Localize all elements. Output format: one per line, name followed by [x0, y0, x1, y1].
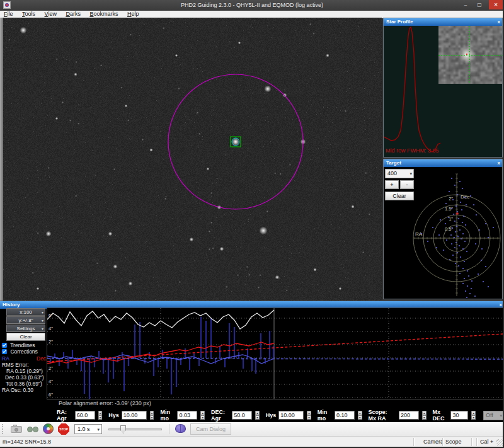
ra-hysteresis-field[interactable]	[122, 411, 147, 420]
target-zoom-out-button[interactable]: -	[400, 180, 414, 189]
dec-aggression-stepper[interactable]: ▴▾	[255, 411, 260, 420]
ra-series-label: RA	[2, 355, 9, 362]
dec-hysteresis-stepper[interactable]: ▴▾	[307, 411, 311, 420]
resize-grip[interactable]	[496, 439, 503, 446]
ra-hysteresis-stepper[interactable]: ▴▾	[150, 411, 154, 420]
star-mass-snr-readout: m=1442 SNR=15.8	[3, 439, 51, 445]
menu-view[interactable]: View	[41, 11, 60, 18]
menu-bookmarks[interactable]: Bookmarks	[86, 11, 122, 18]
advanced-settings-brain-button[interactable]	[175, 424, 186, 433]
menu-darks[interactable]: Darks	[62, 11, 84, 18]
dec-guide-mode-value: Off	[486, 412, 493, 418]
toolbar-grip[interactable]	[2, 424, 5, 434]
guide-overlays	[0, 18, 382, 301]
history-xscale-select[interactable]: x:100▾	[6, 308, 45, 316]
chevron-down-icon: ▾	[42, 309, 43, 316]
history-title: History	[3, 302, 20, 307]
cam-dialog-button[interactable]: Cam Dialog	[190, 423, 231, 435]
chevron-down-icon: ▾	[97, 425, 100, 434]
target-clear-button[interactable]: Clear	[385, 192, 414, 200]
exposure-duration-select[interactable]: 1.0 s ▾	[74, 424, 102, 434]
chevron-down-icon: ▾	[42, 326, 43, 333]
dec-minmove-stepper[interactable]: ▴▾	[358, 411, 362, 420]
target-titlebar[interactable]: Target x	[384, 159, 502, 167]
camera-status: Camera	[423, 439, 444, 445]
close-button[interactable]: ✕	[489, 0, 503, 9]
rms-dec: Dec 0.33 (0.63")	[5, 374, 44, 381]
ra-hys-label: Hys	[108, 412, 119, 418]
star-closeup-image	[438, 26, 502, 84]
scope-mxra-label: Scope: Mx RA	[369, 409, 396, 422]
dec-minmove-field[interactable]	[335, 411, 355, 420]
chevron-down-icon: ▾	[500, 411, 502, 420]
slider-thumb[interactable]	[120, 425, 126, 434]
history-yscale-select[interactable]: y:+/-8"▾	[6, 316, 45, 324]
max-dec-stepper[interactable]: ▴▾	[471, 411, 476, 420]
maximize-button[interactable]: ▢	[472, 0, 486, 9]
menu-help[interactable]: Help	[123, 11, 143, 18]
max-ra-duration-field[interactable]	[399, 411, 419, 420]
star-profile-titlebar[interactable]: Star Profile x	[384, 18, 502, 26]
scope-status: Scope	[445, 439, 462, 445]
history-clear-button[interactable]: Clear	[6, 333, 45, 341]
menu-file[interactable]: File	[0, 11, 17, 18]
svg-text:6": 6"	[49, 392, 53, 398]
dec-agr-label: DEC: Agr	[211, 409, 229, 422]
menu-tools[interactable]: Tools	[18, 11, 39, 18]
ra-minmo-label: Min mo	[160, 409, 175, 422]
frame-edge	[0, 18, 3, 301]
history-settings-select[interactable]: Settings▾	[6, 325, 45, 332]
main-toolbar: STOP 1.0 s ▾ Cam Dialog	[0, 422, 504, 437]
mxdec-label: Mx DEC	[433, 409, 449, 422]
dec-minmo-label: Min mo	[318, 409, 332, 422]
target-close-icon[interactable]: x	[498, 159, 500, 167]
rms-header: RMS Error:	[2, 362, 29, 368]
trendlines-checkbox[interactable]	[2, 343, 7, 348]
svg-text:2": 2"	[49, 339, 53, 345]
dec-guide-mode-select[interactable]: Off ▾	[483, 411, 504, 420]
svg-text:1": 1"	[449, 216, 453, 222]
trendlines-checkbox-row[interactable]: Trendlines	[2, 343, 35, 348]
target-range-select[interactable]: 400 ▾	[385, 169, 414, 178]
minimize-button[interactable]: –	[459, 0, 472, 9]
history-settings-label: Settings	[17, 326, 35, 331]
loop-icon	[27, 427, 33, 432]
exposure-value: 1.0 s	[77, 426, 90, 432]
max-dec-duration-field[interactable]	[450, 411, 468, 420]
start-guiding-button[interactable]	[43, 423, 54, 434]
ra-aggression-field[interactable]	[75, 411, 95, 420]
dec-hysteresis-field[interactable]	[278, 411, 304, 420]
chevron-down-icon: ▾	[410, 169, 412, 178]
corrections-checkbox-row[interactable]: Corrections	[2, 349, 38, 355]
stop-button[interactable]: STOP	[58, 423, 69, 435]
svg-text:2": 2"	[449, 196, 453, 202]
dec-series-label: Dec	[37, 355, 46, 362]
dec-aggression-field[interactable]	[232, 411, 252, 420]
phd2-window: PHD2 Guiding 2.3.0 - QHY5L-II and EQMOD …	[0, 0, 504, 448]
ra-agr-label: RA: Agr	[57, 409, 72, 422]
guide-camera-image[interactable]	[0, 18, 382, 301]
chevron-down-icon: ▾	[42, 318, 43, 325]
trendlines-label: Trendlines	[10, 342, 35, 348]
connect-camera-button[interactable]	[10, 424, 23, 434]
target-zoom-in-button[interactable]: +	[385, 180, 399, 189]
target-range-value: 400	[387, 170, 397, 176]
status-bar: m=1442 SNR=15.8 Camera Scope Cal +	[0, 436, 504, 447]
star-profile-close-icon[interactable]: x	[498, 18, 500, 26]
corrections-checkbox[interactable]	[2, 349, 7, 354]
history-yscale-value: y:+/-8"	[18, 318, 33, 323]
ra-minmove-field[interactable]	[177, 411, 197, 420]
fwhm-readout: Mid row FWHM: 3.05	[386, 147, 439, 154]
ra-minmove-stepper[interactable]: ▴▾	[200, 411, 205, 420]
calibration-status: Cal +	[480, 439, 493, 445]
screen-stretch-slider[interactable]	[108, 428, 162, 430]
loop-exposures-button[interactable]	[26, 424, 40, 434]
max-ra-stepper[interactable]: ▴▾	[422, 411, 427, 420]
svg-text:0.5": 0.5"	[445, 226, 453, 232]
window-title: PHD2 Guiding 2.3.0 - QHY5L-II and EQMOD …	[0, 2, 504, 8]
history-graph: 6"4"2"2"4"6"	[47, 308, 503, 399]
title-bar[interactable]: PHD2 Guiding 2.3.0 - QHY5L-II and EQMOD …	[0, 0, 504, 11]
ra-aggression-stepper[interactable]: ▴▾	[98, 411, 103, 420]
guide-parameters-bar: RA: Agr ▴▾ Hys ▴▾ Min mo ▴▾ DEC: Agr ▴▾ …	[0, 407, 504, 422]
target-panel: Target x 0.5"1"1.5"2"RADec 400 ▾ + - Cle…	[383, 159, 503, 299]
